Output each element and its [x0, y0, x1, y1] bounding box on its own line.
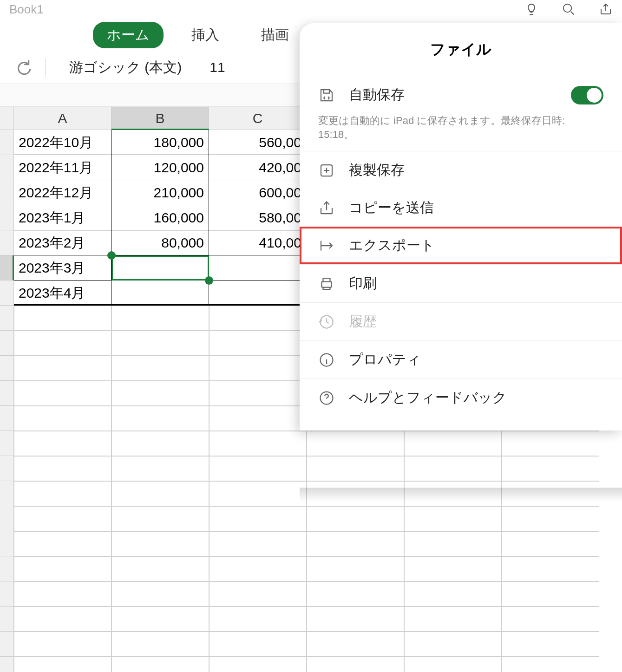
cell[interactable] [404, 632, 502, 657]
cell[interactable] [14, 431, 111, 456]
print-item[interactable]: 印刷 [300, 264, 622, 302]
cell[interactable] [404, 581, 502, 607]
cell[interactable] [111, 356, 209, 381]
cell[interactable] [111, 406, 209, 431]
cell[interactable] [307, 607, 404, 632]
tab-draw[interactable]: 描画 [247, 22, 303, 48]
cell-c3[interactable]: 600,00 [209, 180, 307, 205]
cell-b7[interactable] [111, 281, 209, 306]
cell[interactable] [502, 632, 599, 657]
cell[interactable] [209, 481, 307, 506]
cell[interactable] [307, 431, 404, 456]
cell[interactable] [14, 607, 111, 632]
cell[interactable] [14, 581, 111, 607]
cell[interactable] [307, 506, 404, 531]
cell-b2[interactable]: 120,000 [111, 155, 209, 180]
idea-icon[interactable] [524, 2, 538, 16]
row-header[interactable] [0, 431, 14, 456]
cell[interactable] [209, 306, 307, 331]
selection-handle-bottom-right[interactable] [205, 276, 213, 285]
cell[interactable] [502, 657, 599, 672]
cell[interactable] [14, 456, 111, 481]
selection-handle-top-left[interactable] [107, 251, 116, 260]
cell-a1[interactable]: 2022年10月 [14, 130, 111, 155]
cell-c1[interactable]: 560,00 [209, 130, 307, 155]
tab-home[interactable]: ホーム [93, 22, 164, 48]
cell[interactable] [502, 531, 599, 556]
cell[interactable] [404, 456, 502, 481]
cell[interactable] [502, 556, 599, 581]
cell[interactable] [14, 556, 111, 581]
row-header[interactable] [0, 607, 14, 632]
row-header[interactable] [0, 155, 14, 180]
cell[interactable] [502, 607, 599, 632]
cell-c5[interactable]: 410,00 [209, 230, 307, 255]
row-header[interactable] [0, 306, 14, 331]
cell[interactable] [111, 381, 209, 406]
cell[interactable] [14, 531, 111, 556]
cell[interactable] [111, 506, 209, 531]
cell[interactable] [209, 431, 307, 456]
row-header[interactable] [0, 281, 14, 306]
cell[interactable] [111, 657, 209, 672]
cell[interactable] [111, 632, 209, 657]
cell[interactable] [209, 581, 307, 607]
row-header[interactable] [0, 356, 14, 381]
cell[interactable] [307, 657, 404, 672]
cell-a6[interactable]: 2023年3月 [14, 255, 111, 281]
cell[interactable] [111, 581, 209, 607]
cell[interactable] [404, 607, 502, 632]
cell[interactable] [404, 531, 502, 556]
cell[interactable] [14, 506, 111, 531]
cell-b4[interactable]: 160,000 [111, 205, 209, 230]
cell[interactable] [502, 431, 599, 456]
cell[interactable] [209, 506, 307, 531]
autosave-toggle[interactable] [571, 86, 603, 104]
save-copy-item[interactable]: 複製保存 [300, 151, 622, 189]
search-icon[interactable] [562, 2, 576, 16]
cell[interactable] [209, 556, 307, 581]
tab-insert[interactable]: 挿入 [177, 22, 233, 48]
cell-c4[interactable]: 580,00 [209, 205, 307, 230]
row-header[interactable] [0, 481, 14, 506]
cell-c2[interactable]: 420,00 [209, 155, 307, 180]
share-icon[interactable] [599, 2, 613, 16]
cell[interactable] [111, 456, 209, 481]
row-header[interactable] [0, 205, 14, 230]
cell[interactable] [111, 556, 209, 581]
select-all-corner[interactable] [0, 107, 14, 130]
cell-b6[interactable] [111, 255, 209, 281]
row-header[interactable] [0, 657, 14, 672]
font-name-select[interactable]: 游ゴシック (本文) [60, 56, 191, 79]
cell[interactable] [209, 632, 307, 657]
cell-b3[interactable]: 210,000 [111, 180, 209, 205]
row-header[interactable] [0, 556, 14, 581]
row-header[interactable] [0, 406, 14, 431]
row-header[interactable] [0, 180, 14, 205]
cell-a5[interactable]: 2023年2月 [14, 230, 111, 255]
cell[interactable] [209, 356, 307, 381]
cell[interactable] [111, 607, 209, 632]
cell[interactable] [209, 381, 307, 406]
col-header-c[interactable]: C [209, 107, 307, 130]
cell[interactable] [111, 531, 209, 556]
cell[interactable] [111, 481, 209, 506]
cell[interactable] [502, 456, 599, 481]
cell[interactable] [14, 331, 111, 356]
cell[interactable] [14, 632, 111, 657]
cell[interactable] [404, 506, 502, 531]
cell[interactable] [14, 406, 111, 431]
row-header[interactable] [0, 581, 14, 607]
cell-a2[interactable]: 2022年11月 [14, 155, 111, 180]
workbook-title[interactable]: Book1 [9, 2, 44, 17]
cell[interactable] [502, 581, 599, 607]
help-item[interactable]: ヘルプとフィードバック [300, 378, 622, 417]
cell[interactable] [111, 431, 209, 456]
row-header[interactable] [0, 255, 14, 281]
cell[interactable] [209, 531, 307, 556]
cell[interactable] [14, 356, 111, 381]
cell[interactable] [404, 657, 502, 672]
export-item[interactable]: エクスポート [300, 227, 622, 264]
cell[interactable] [307, 632, 404, 657]
cell[interactable] [209, 331, 307, 356]
